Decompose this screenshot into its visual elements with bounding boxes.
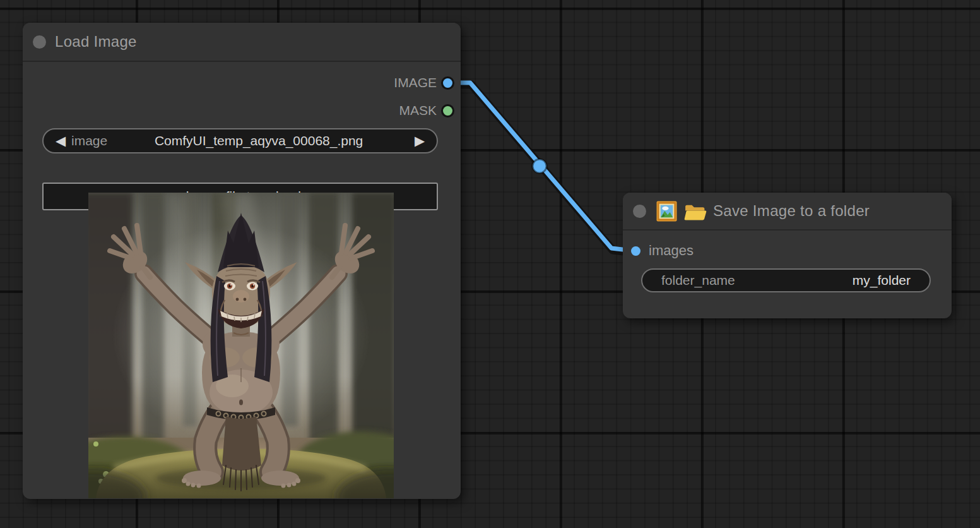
node-save-image-to-folder[interactable]: Save Image to a folder images folder_nam…	[623, 193, 952, 318]
combo-value: ComfyUI_temp_aqyva_00068_.png	[107, 133, 410, 148]
troll-illustration	[88, 193, 394, 498]
folder-name-value: my_folder	[853, 273, 911, 288]
collapse-dot[interactable]	[633, 205, 646, 218]
output-dot-image[interactable]	[443, 78, 452, 88]
node-load-image[interactable]: Load Image IMAGE MASK ◀ image ComfyUI_te…	[23, 23, 461, 499]
framed-picture-icon	[656, 201, 677, 222]
input-dot-images[interactable]	[631, 246, 641, 256]
output-dot-mask[interactable]	[443, 106, 452, 116]
output-slot-image[interactable]: IMAGE	[394, 73, 452, 92]
combo-prev-arrow-icon[interactable]: ◀	[51, 133, 70, 148]
output-slot-mask[interactable]: MASK	[399, 101, 452, 120]
folder-name-widget[interactable]: folder_name my_folder	[641, 268, 931, 292]
open-folder-icon	[683, 201, 707, 222]
node-title: Load Image	[55, 33, 137, 51]
collapse-dot[interactable]	[33, 35, 46, 49]
node-title: Save Image to a folder	[713, 202, 870, 220]
link-midpoint-dot[interactable]	[533, 159, 546, 173]
load-image-title-bar[interactable]: Load Image	[23, 23, 461, 62]
folder-name-label: folder_name	[661, 273, 735, 288]
save-image-title-bar[interactable]: Save Image to a folder	[623, 193, 952, 231]
input-slot-images[interactable]: images	[631, 241, 694, 260]
node-editor-canvas[interactable]: Load Image IMAGE MASK ◀ image ComfyUI_te…	[0, 0, 980, 528]
combo-next-arrow-icon[interactable]: ▶	[410, 133, 429, 148]
combo-label: image	[71, 133, 107, 148]
image-combo-widget[interactable]: ◀ image ComfyUI_temp_aqyva_00068_.png ▶	[42, 128, 438, 153]
image-preview	[88, 193, 394, 498]
